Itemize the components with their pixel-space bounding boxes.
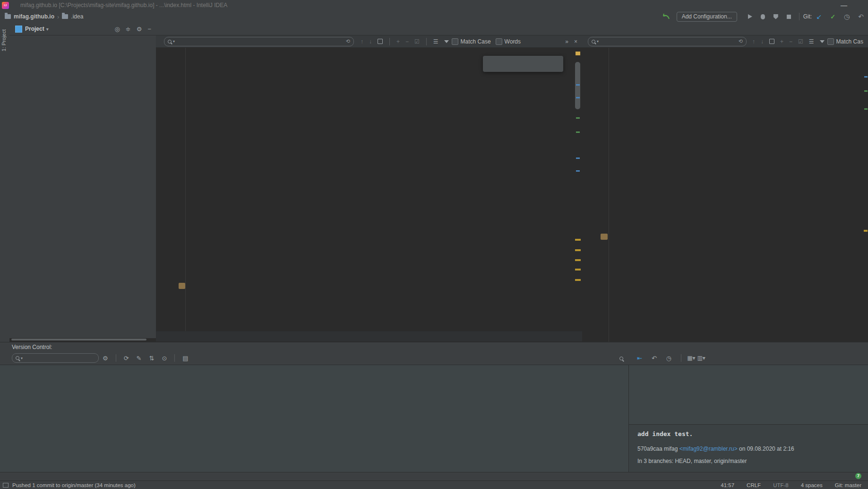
- select-all-occurrences-icon[interactable]: ☑: [414, 38, 420, 45]
- layout-rows-icon[interactable]: ▥▾: [697, 355, 705, 361]
- update-arrow-icon[interactable]: [662, 13, 670, 20]
- show-details-icon[interactable]: ⊙: [162, 355, 167, 362]
- close-icon[interactable]: ×: [574, 38, 577, 45]
- breadcrumb-project[interactable]: mifag.github.io: [14, 13, 54, 20]
- code-editor-index-html[interactable]: [156, 48, 582, 332]
- collapse-all-icon[interactable]: ≑: [126, 26, 131, 33]
- commit-branches: In 3 branches: HEAD, master, origin/mast…: [637, 458, 747, 464]
- commit-details: add index test. 570a9caa mifag <mifag92@…: [629, 424, 868, 472]
- filter-icon[interactable]: [820, 40, 825, 43]
- fold-highlight-marker: [179, 283, 185, 289]
- version-control-toolbar: ▾ ⚙ ⟳ ✎ ⇅ ⊙ ▤: [0, 351, 868, 365]
- search-everywhere-icon[interactable]: [619, 354, 623, 362]
- caret-gutter-marker: [601, 234, 608, 240]
- pin-icon[interactable]: ⇤: [637, 355, 642, 362]
- toggle-toolbar-icon[interactable]: [3, 483, 9, 488]
- intellij-logo-icon: IJ: [2, 2, 9, 9]
- error-stripe-left[interactable]: [574, 48, 582, 331]
- line-ending[interactable]: CRLF: [747, 482, 761, 488]
- search-options-icon[interactable]: ☰: [809, 38, 814, 45]
- branches-list: HEAD, master, origin/master: [675, 458, 747, 464]
- coverage-button[interactable]: [773, 14, 778, 19]
- editor-breadcrumbs: [156, 331, 582, 341]
- search-input-right[interactable]: ▾ ⟲: [588, 37, 747, 46]
- previous-occurrence-icon[interactable]: ↑: [361, 38, 363, 45]
- breadcrumb-separator: ›: [57, 13, 59, 20]
- run-toolbar: Add Configuration... Git: ↙ ✓ ◷ ↶: [662, 10, 868, 23]
- details-panel-toolbar: ⇤ ↶ ◷ ▦▾ ▥▾: [633, 351, 705, 365]
- scrollbar-thumb[interactable]: [575, 62, 580, 109]
- search-newline-icon[interactable]: ⟲: [739, 38, 743, 44]
- rollback-icon[interactable]: ↶: [652, 355, 657, 362]
- git-commit-icon[interactable]: ✓: [830, 13, 835, 20]
- caret-position[interactable]: 41:57: [721, 482, 734, 488]
- search-newline-icon[interactable]: ⟲: [346, 38, 350, 44]
- find-in-selection-icon[interactable]: [378, 39, 383, 44]
- previous-occurrence-icon[interactable]: ↑: [752, 38, 755, 45]
- git-history-icon[interactable]: ◷: [844, 13, 850, 20]
- intellisort-icon[interactable]: ⇅: [149, 355, 154, 362]
- tool-window-bar: [0, 472, 868, 480]
- log-filter-input[interactable]: ▾: [12, 353, 99, 363]
- project-folder-icon: [5, 14, 11, 19]
- chevron-down-icon[interactable]: ▾: [46, 26, 49, 32]
- search-options-icon[interactable]: ☰: [433, 38, 438, 45]
- code-editor-style-css[interactable]: [582, 48, 868, 342]
- toolwindow-project-button[interactable]: 1: Project: [1, 29, 7, 51]
- fold-guide-line: [609, 48, 609, 342]
- filter-icon[interactable]: [444, 40, 449, 43]
- git-revert-icon[interactable]: ↶: [858, 13, 864, 20]
- go-to-hash-icon[interactable]: ✎: [137, 355, 142, 362]
- find-in-selection-icon[interactable]: [769, 39, 774, 44]
- match-case-checkbox[interactable]: [452, 38, 458, 45]
- project-view-selector[interactable]: Project: [25, 26, 44, 32]
- search-icon: [592, 40, 595, 44]
- project-horizontal-scrollbar[interactable]: [11, 339, 146, 341]
- remove-occurrence-icon[interactable]: −: [789, 38, 792, 45]
- notifications-badge[interactable]: 7: [855, 473, 861, 479]
- locate-file-icon[interactable]: ◎: [115, 26, 120, 33]
- window-title: mifag.github.io [C:\Projects\mifag-site\…: [20, 2, 841, 9]
- git-branch[interactable]: Git: master: [835, 482, 861, 488]
- intellij-window: IJ mifag.github.io [C:\Projects\mifag-si…: [0, 0, 868, 489]
- match-case-label: Match Cas: [836, 38, 863, 45]
- commit-email[interactable]: <mifag92@rambler.ru>: [679, 445, 738, 452]
- hide-panel-icon[interactable]: −: [147, 26, 151, 33]
- error-stripe-right[interactable]: [864, 48, 868, 342]
- match-case-checkbox[interactable]: [827, 38, 834, 45]
- toolbar-separator: [799, 13, 799, 20]
- add-configuration-button[interactable]: Add Configuration...: [677, 12, 737, 22]
- chevron-more-icon[interactable]: »: [565, 38, 568, 45]
- browser-preview-popup: [483, 56, 563, 72]
- show-diff-preview-icon[interactable]: ▤: [182, 355, 188, 362]
- commit-hash[interactable]: 570a9caa: [637, 445, 662, 452]
- next-occurrence-icon[interactable]: ↓: [761, 38, 764, 45]
- history-icon[interactable]: ◷: [666, 355, 671, 362]
- commit-date: on 09.08.2020 at 2:16: [739, 445, 794, 452]
- commit-files-tree: [629, 365, 868, 424]
- refresh-icon[interactable]: ⟳: [124, 355, 129, 362]
- breadcrumb-folder[interactable]: .idea: [71, 13, 83, 20]
- gear-icon[interactable]: ⚙: [137, 26, 142, 33]
- stop-button[interactable]: [787, 15, 791, 19]
- debug-button[interactable]: [761, 14, 765, 19]
- indent-setting[interactable]: 4 spaces: [801, 482, 823, 488]
- git-update-icon[interactable]: ↙: [816, 13, 822, 20]
- add-occurrence-icon[interactable]: +: [780, 38, 783, 45]
- main-toolbar: mifag.github.io › .idea Add Configuratio…: [0, 10, 868, 23]
- version-control-tab-bar: Version Control:: [0, 342, 868, 352]
- add-occurrence-icon[interactable]: +: [396, 38, 400, 45]
- file-encoding[interactable]: UTF-8: [773, 482, 789, 488]
- select-all-occurrences-icon[interactable]: ☑: [798, 38, 803, 45]
- editor-tabs-right: [582, 23, 868, 35]
- words-checkbox[interactable]: [496, 38, 502, 45]
- gear-icon[interactable]: ⚙: [103, 355, 108, 362]
- run-button[interactable]: [748, 14, 752, 19]
- search-input[interactable]: ▾ ⟲: [164, 37, 354, 46]
- title-bar: IJ mifag.github.io [C:\Projects\mifag-si…: [0, 0, 868, 11]
- editor-tabs-left: [156, 23, 582, 35]
- minimize-button[interactable]: —: [841, 1, 847, 9]
- remove-occurrence-icon[interactable]: −: [405, 38, 409, 45]
- next-occurrence-icon[interactable]: ↓: [369, 38, 372, 45]
- layout-grid-icon[interactable]: ▦▾: [687, 355, 695, 361]
